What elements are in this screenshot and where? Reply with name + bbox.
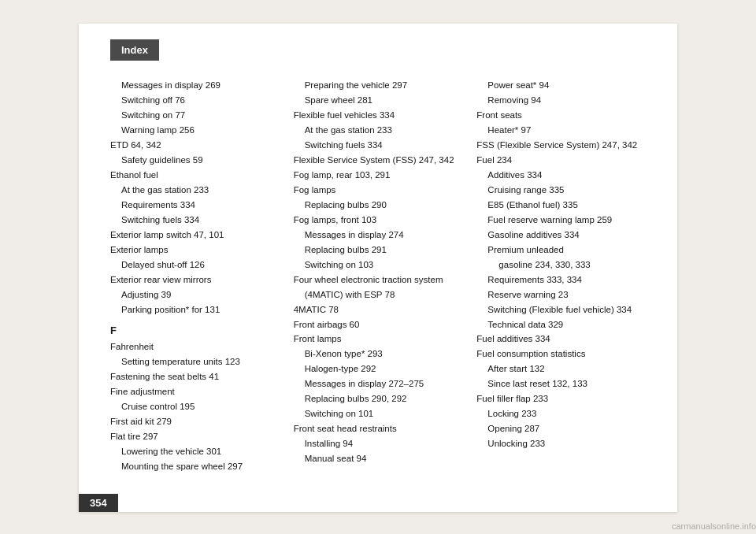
index-entry: Bi-Xenon type* 293	[294, 347, 463, 362]
index-entry: Since last reset 132, 133	[476, 376, 646, 391]
index-entry: Fog lamps	[294, 183, 463, 198]
index-entry: Front lamps	[294, 332, 463, 347]
watermark: carmanualsonline.info	[672, 521, 756, 531]
index-entry: Exterior lamps	[110, 243, 280, 258]
index-entry: Halogen-type 292	[294, 362, 463, 376]
index-entry: Fuel additives 334	[476, 332, 646, 347]
column-1: Messages in display 269Switching off 76S…	[110, 78, 294, 474]
index-entry: (4MATIC) with ESP 78	[294, 287, 463, 302]
index-entry: Gasoline additives 334	[476, 228, 646, 243]
index-entry: Delayed shut-off 126	[110, 258, 280, 273]
index-entry: At the gas station 233	[294, 123, 463, 138]
index-entry: Heater* 97	[476, 123, 646, 138]
index-entry: Switching on 77	[110, 108, 280, 123]
index-entry: Warning lamp 256	[110, 123, 280, 138]
index-entry: Fuel filler flap 233	[476, 391, 646, 406]
index-entry: Switching fuels 334	[110, 213, 280, 228]
column-2: Preparing the vehicle 297Spare wheel 281…	[294, 78, 477, 474]
index-entry: Four wheel electronic traction system	[294, 273, 463, 287]
index-entry: Power seat* 94	[476, 78, 646, 93]
index-entry: Premium unleaded	[476, 243, 646, 258]
index-entry: Flat tire 297	[110, 429, 280, 444]
index-entry: Messages in display 269	[110, 78, 280, 93]
index-entry: Requirements 334	[110, 198, 280, 213]
index-entry: Replacing bulbs 290, 292	[294, 391, 463, 406]
index-entry: Front seats	[476, 108, 646, 123]
index-entry: Lowering the vehicle 301	[110, 444, 280, 459]
index-entry: Switching fuels 334	[294, 138, 463, 153]
index-entry: First aid kit 279	[110, 414, 280, 429]
index-entry: Spare wheel 281	[294, 93, 463, 108]
index-entry: E85 (Ethanol fuel) 335	[476, 198, 646, 213]
index-entry: Installing 94	[294, 436, 463, 451]
index-entry: Setting temperature units 123	[110, 354, 280, 369]
index-entry: Switching on 103	[294, 258, 463, 273]
index-entry: Switching off 76	[110, 93, 280, 108]
index-entry: Unlocking 233	[476, 436, 646, 451]
index-entry: Switching on 101	[294, 406, 463, 421]
index-entry: Messages in display 274	[294, 228, 463, 243]
index-entry: Locking 233	[476, 406, 646, 421]
index-entry: At the gas station 233	[110, 183, 280, 198]
index-entry: Fuel reserve warning lamp 259	[476, 213, 646, 228]
index-entry: Mounting the spare wheel 297	[110, 459, 280, 474]
page-number: 354	[79, 494, 118, 512]
index-entry: Preparing the vehicle 297	[294, 78, 463, 93]
index-entry: Cruise control 195	[110, 399, 280, 414]
page-container: Index Messages in display 269Switching o…	[79, 24, 677, 512]
index-entry: Front airbags 60	[294, 317, 463, 332]
index-header: Index	[110, 39, 159, 61]
index-entry: Opening 287	[476, 421, 646, 436]
index-entry: Fuel consumption statistics	[476, 347, 646, 362]
index-entry: Fahrenheit	[110, 339, 280, 354]
index-entry: Fog lamps, front 103	[294, 213, 463, 228]
index-columns: Messages in display 269Switching off 76S…	[110, 78, 646, 474]
index-entry: Replacing bulbs 290	[294, 198, 463, 213]
index-entry: After start 132	[476, 362, 646, 376]
index-entry: Exterior rear view mirrors	[110, 273, 280, 287]
index-entry: 4MATIC 78	[294, 302, 463, 317]
index-entry: Fuel 234	[476, 153, 646, 168]
index-entry: F	[110, 322, 280, 339]
index-entry: FSS (Flexible Service System) 247, 342	[476, 138, 646, 153]
index-entry: Safety guidelines 59	[110, 153, 280, 168]
index-entry: Flexible fuel vehicles 334	[294, 108, 463, 123]
index-entry: Exterior lamp switch 47, 101	[110, 228, 280, 243]
index-entry: Front seat head restraints	[294, 421, 463, 436]
index-entry: gasoline 234, 330, 333	[476, 258, 646, 273]
index-entry: Adjusting 39	[110, 287, 280, 302]
index-entry: Replacing bulbs 291	[294, 243, 463, 258]
index-entry: Fine adjustment	[110, 384, 280, 399]
index-entry: Ethanol fuel	[110, 168, 280, 183]
index-entry: Cruising range 335	[476, 183, 646, 198]
index-entry: Parking position* for 131	[110, 302, 280, 317]
index-entry: Flexible Service System (FSS) 247, 342	[294, 153, 463, 168]
index-entry: Fog lamp, rear 103, 291	[294, 168, 463, 183]
index-entry: ETD 64, 342	[110, 138, 280, 153]
index-entry: Messages in display 272–275	[294, 376, 463, 391]
index-entry: Additives 334	[476, 168, 646, 183]
column-3: Power seat* 94Removing 94Front seatsHeat…	[476, 78, 646, 474]
index-entry: Technical data 329	[476, 317, 646, 332]
index-entry: Manual seat 94	[294, 451, 463, 466]
index-entry: Removing 94	[476, 93, 646, 108]
index-entry: Requirements 333, 334	[476, 273, 646, 287]
index-entry: Fastening the seat belts 41	[110, 369, 280, 384]
index-entry: Switching (Flexible fuel vehicle) 334	[476, 302, 646, 317]
index-entry: Reserve warning 23	[476, 287, 646, 302]
